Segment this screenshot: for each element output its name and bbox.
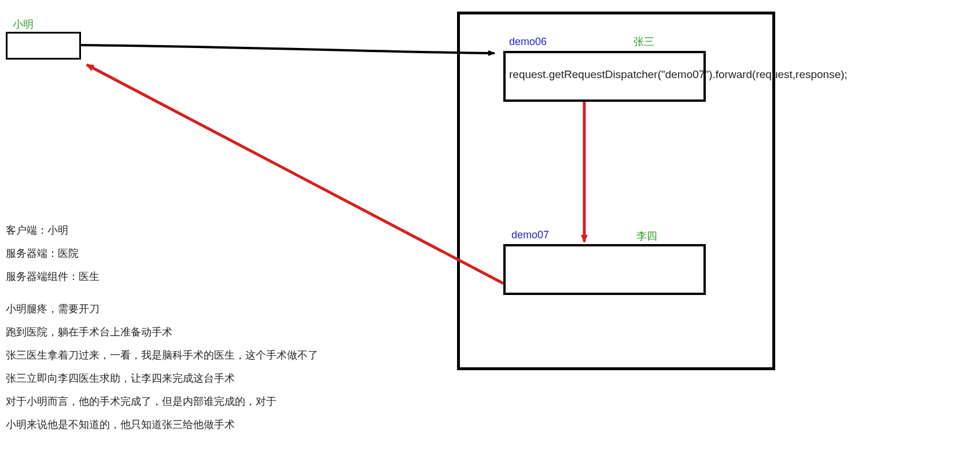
note-line: 服务器端：医院 [6, 243, 318, 264]
note-line: 小明来说他是不知道的，他只知道张三给他做手术 [6, 414, 318, 435]
note-line: 张三医生拿着刀过来，一看，我是脑科手术的医生，这个手术做不了 [6, 345, 318, 366]
client-box [6, 32, 81, 60]
demo07-box [503, 244, 706, 295]
note-line: 对于小明而言，他的手术完成了，但是内部谁完成的，对于 [6, 391, 318, 412]
note-line: 跑到医院，躺在手术台上准备动手术 [6, 322, 318, 342]
demo07-id-label: demo07 [511, 229, 549, 241]
note-line: 服务器端组件：医生 [6, 266, 318, 287]
arrow-client-to-demo06 [81, 45, 495, 53]
note-line: 张三立即向李四医生求助，让李四来完成这台手术 [6, 368, 318, 389]
client-label: 小明 [13, 17, 34, 31]
note-line: 客户端：小明 [6, 220, 318, 241]
demo06-code: request.getRequestDispatcher("demo07").f… [509, 68, 848, 81]
demo06-id-label: demo06 [509, 36, 547, 48]
demo07-person-label: 李四 [636, 229, 657, 243]
note-line: 小明腿疼，需要开刀 [6, 298, 318, 319]
demo06-person-label: 张三 [633, 35, 654, 49]
notes-block: 客户端：小明 服务器端：医院 服务器端组件：医生 小明腿疼，需要开刀 跑到医院，… [6, 220, 318, 437]
